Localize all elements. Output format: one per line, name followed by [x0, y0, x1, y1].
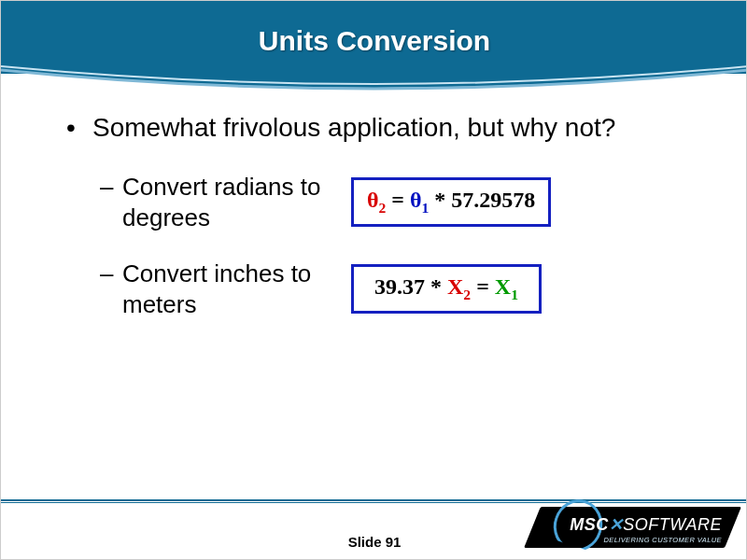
- sub-item-2-text: Convert inches to meters: [122, 259, 342, 319]
- sub-item-2: – Convert inches to meters 39.37 * X2 = …: [66, 259, 683, 319]
- x1-subscript: 1: [511, 287, 518, 302]
- content-area: • Somewhat frivolous application, but wh…: [66, 111, 683, 345]
- logo-text: MSC✕SOFTWARE DELIVERING CUSTOMER VALUE: [535, 514, 722, 544]
- theta2-symbol: θ: [367, 188, 379, 212]
- bullet-dot-icon: •: [66, 111, 92, 144]
- logo-tagline: DELIVERING CUSTOMER VALUE: [535, 536, 722, 544]
- dash-icon: –: [100, 172, 122, 232]
- formula-inches-meters: 39.37 * X2 = X1: [351, 264, 542, 313]
- sub-item-1-text: Convert radians to degrees: [122, 172, 342, 232]
- factor1: * 57.29578: [429, 188, 535, 212]
- sub-item-1: – Convert radians to degrees θ2 = θ1 * 5…: [66, 172, 683, 232]
- factor2: 39.37 *: [374, 274, 447, 299]
- eq1: =: [386, 188, 410, 212]
- logo-brand-a: MSC: [570, 515, 609, 534]
- x2-subscript: 2: [463, 287, 471, 302]
- footer: Slide 91 MSC✕SOFTWARE DELIVERING CUSTOME…: [1, 494, 747, 559]
- x1-symbol: X: [495, 274, 511, 299]
- logo-x-icon: ✕: [609, 515, 624, 534]
- header: Units Conversion: [1, 1, 747, 99]
- formula-radians-degrees: θ2 = θ1 * 57.29578: [351, 177, 551, 226]
- eq2: =: [471, 274, 495, 299]
- bullet-main: • Somewhat frivolous application, but wh…: [66, 111, 683, 144]
- slide-title: Units Conversion: [1, 25, 747, 57]
- logo-brand-b: SOFTWARE: [623, 515, 722, 534]
- theta1-symbol: θ: [410, 188, 422, 212]
- x2-symbol: X: [447, 274, 463, 299]
- dash-icon: –: [100, 259, 122, 319]
- sub-list: – Convert radians to degrees θ2 = θ1 * 5…: [66, 172, 683, 319]
- msc-logo: MSC✕SOFTWARE DELIVERING CUSTOMER VALUE: [509, 496, 733, 553]
- bullet-main-text: Somewhat frivolous application, but why …: [92, 111, 615, 144]
